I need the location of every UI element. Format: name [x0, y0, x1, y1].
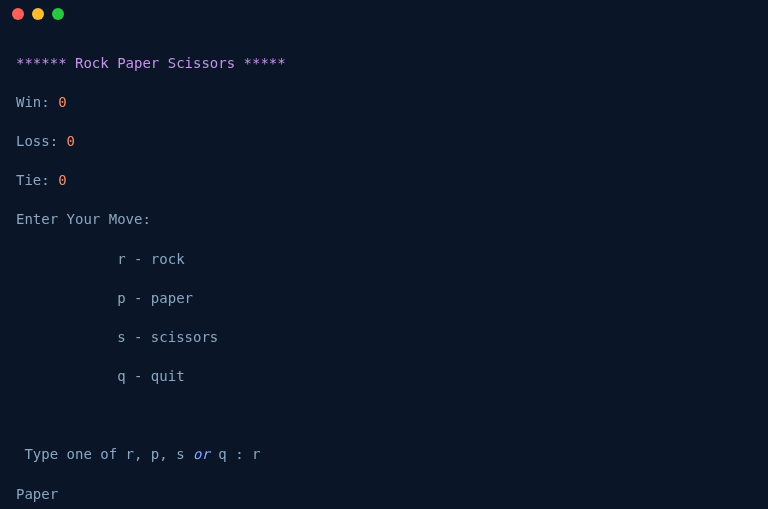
option-quit: q - quit [16, 367, 752, 387]
close-icon[interactable] [12, 8, 24, 20]
maximize-icon[interactable] [52, 8, 64, 20]
loss-line: Loss: 0 [16, 132, 752, 152]
user-input: r [252, 446, 260, 462]
tie-value: 0 [58, 172, 66, 188]
enter-move-label: Enter Your Move: [16, 210, 752, 230]
option-rock: r - rock [16, 250, 752, 270]
window-titlebar [0, 0, 768, 28]
computer-move: Paper [16, 485, 752, 505]
or-word: or [193, 446, 210, 462]
minimize-icon[interactable] [32, 8, 44, 20]
win-value: 0 [58, 94, 66, 110]
loss-value: 0 [67, 133, 75, 149]
prompt-line: Type one of r, p, s or q : r [16, 445, 752, 465]
tie-line: Tie: 0 [16, 171, 752, 191]
option-scissors: s - scissors [16, 328, 752, 348]
terminal-output[interactable]: ****** Rock Paper Scissors ***** Win: 0 … [0, 28, 768, 509]
blank-line [16, 406, 752, 426]
option-paper: p - paper [16, 289, 752, 309]
win-line: Win: 0 [16, 93, 752, 113]
game-title: ****** Rock Paper Scissors ***** [16, 54, 752, 74]
